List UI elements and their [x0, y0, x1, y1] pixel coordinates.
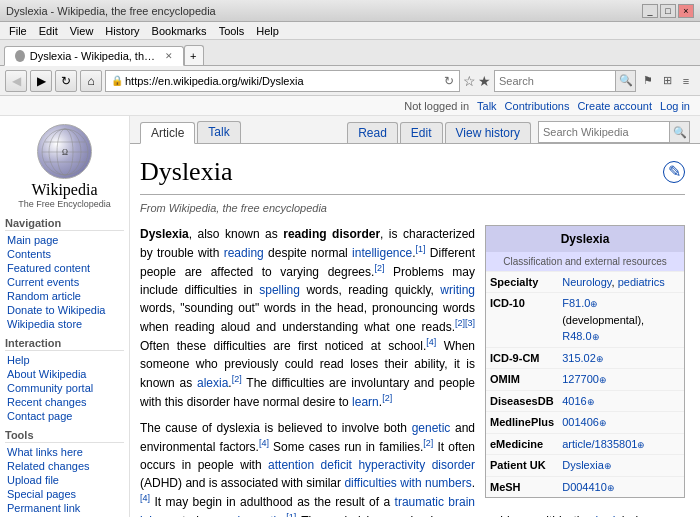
- sidebar-item-store[interactable]: Wikipedia store: [5, 317, 124, 331]
- sidebar-item-current-events[interactable]: Current events: [5, 275, 124, 289]
- star-icon[interactable]: ★: [478, 73, 491, 89]
- sidebar-item-specialpages[interactable]: Special pages: [5, 487, 124, 501]
- svg-text:Ω: Ω: [62, 148, 68, 157]
- browser-tab[interactable]: Dyslexia - Wikipedia, the free e... ✕: [4, 46, 184, 66]
- ref-1[interactable]: [1]: [416, 244, 426, 254]
- ref-4a[interactable]: [4]: [426, 337, 436, 347]
- omim-link[interactable]: 127700: [562, 373, 599, 385]
- intelligence-link[interactable]: intelligence: [352, 246, 412, 260]
- refresh-button[interactable]: ↻: [55, 70, 77, 92]
- sidebar-item-random[interactable]: Random article: [5, 289, 124, 303]
- difficulties-link[interactable]: difficulties with numbers: [344, 476, 471, 490]
- sidebar-nav-heading: Navigation: [5, 217, 124, 231]
- personal-contributions-link[interactable]: Contributions: [505, 100, 570, 112]
- ref-4b[interactable]: [4]: [259, 438, 269, 448]
- infobox-label-medlineplus: MedlinePlus: [486, 412, 558, 434]
- tab-view-history[interactable]: View history: [445, 122, 531, 143]
- adhd-link[interactable]: attention deficit hyperactivity disorder: [268, 458, 475, 472]
- ref-2d[interactable]: [2]: [423, 438, 433, 448]
- personal-create-account-link[interactable]: Create account: [577, 100, 652, 112]
- dementia-link[interactable]: dementia: [234, 514, 283, 518]
- sidebar-item-main-page[interactable]: Main page: [5, 233, 124, 247]
- menu-bookmarks[interactable]: Bookmarks: [147, 24, 212, 38]
- ref-23[interactable]: [2][3]: [455, 318, 475, 328]
- sidebar-interaction-heading: Interaction: [5, 337, 124, 351]
- home-button[interactable]: ⌂: [80, 70, 102, 92]
- article-search-submit[interactable]: 🔍: [669, 122, 689, 142]
- specialty-neurology-link[interactable]: Neurology: [562, 276, 611, 288]
- nav-icon-3[interactable]: ≡: [677, 72, 695, 90]
- address-bar[interactable]: 🔒 https://en.wikipedia.org/wiki/Dyslexia…: [105, 70, 460, 92]
- medlineplus-link[interactable]: 001406: [562, 416, 599, 428]
- learn-link[interactable]: learn: [352, 395, 379, 409]
- tab-read[interactable]: Read: [347, 122, 398, 143]
- tbi-link[interactable]: traumatic brain injury: [140, 495, 475, 518]
- sidebar-item-whatlinks[interactable]: What links here: [5, 445, 124, 459]
- specialty-peds-link[interactable]: pediatrics: [618, 276, 665, 288]
- close-button[interactable]: ×: [678, 4, 694, 18]
- nav-icon-2[interactable]: ⊞: [658, 72, 676, 90]
- infobox-value-icd9: 315.02⊕: [558, 347, 684, 369]
- new-tab-button[interactable]: +: [184, 45, 204, 65]
- tab-close-icon[interactable]: ✕: [165, 51, 173, 61]
- infobox-value-diseasesdb: 4016⊕: [558, 390, 684, 412]
- sidebar-tools-section: Tools What links here Related changes Up…: [5, 429, 124, 517]
- menu-edit[interactable]: Edit: [34, 24, 63, 38]
- menu-bar: File Edit View History Bookmarks Tools H…: [0, 22, 700, 40]
- address-refresh-icon[interactable]: ↻: [444, 74, 454, 88]
- icd9-link[interactable]: 315.02: [562, 352, 596, 364]
- ref-2a[interactable]: [2]: [374, 263, 384, 273]
- sidebar: Ω Wikipedia The Free Encyclopedia Naviga…: [0, 116, 130, 517]
- emedicine-link[interactable]: article/1835801: [562, 438, 637, 450]
- ref-2b[interactable]: [2]: [232, 374, 242, 384]
- personal-talk-link[interactable]: Talk: [477, 100, 497, 112]
- menu-history[interactable]: History: [100, 24, 144, 38]
- writing-link[interactable]: writing: [440, 283, 475, 297]
- search-input[interactable]: [495, 71, 615, 91]
- sidebar-item-donate[interactable]: Donate to Wikipedia: [5, 303, 124, 317]
- forward-button[interactable]: ▶: [30, 70, 52, 92]
- sidebar-item-community[interactable]: Community portal: [5, 381, 124, 395]
- menu-help[interactable]: Help: [251, 24, 284, 38]
- sidebar-item-permanent[interactable]: Permanent link: [5, 501, 124, 515]
- secure-icon: 🔒: [111, 75, 123, 86]
- brain-link[interactable]: brain: [595, 514, 622, 518]
- maximize-button[interactable]: □: [660, 4, 676, 18]
- sidebar-item-uploadfile[interactable]: Upload file: [5, 473, 124, 487]
- reading-link[interactable]: reading: [224, 246, 264, 260]
- sidebar-interaction-section: Interaction Help About Wikipedia Communi…: [5, 337, 124, 423]
- tab-edit[interactable]: Edit: [400, 122, 443, 143]
- ref-1b[interactable]: [1]: [286, 512, 296, 518]
- sidebar-item-relatedchanges[interactable]: Related changes: [5, 459, 124, 473]
- spelling-link[interactable]: spelling: [259, 283, 300, 297]
- nav-icon-1[interactable]: ⚑: [639, 72, 657, 90]
- personal-login-link[interactable]: Log in: [660, 100, 690, 112]
- sidebar-item-contents[interactable]: Contents: [5, 247, 124, 261]
- tab-talk[interactable]: Talk: [197, 121, 240, 143]
- menu-file[interactable]: File: [4, 24, 32, 38]
- search-submit-button[interactable]: 🔍: [615, 71, 635, 91]
- genetic-link[interactable]: genetic: [412, 421, 451, 435]
- sidebar-item-about[interactable]: About Wikipedia: [5, 367, 124, 381]
- alexia-link[interactable]: alexia: [197, 376, 228, 390]
- extra-nav-icons: ⚑ ⊞ ≡: [639, 72, 695, 90]
- menu-tools[interactable]: Tools: [214, 24, 250, 38]
- article-search-input[interactable]: [539, 122, 669, 142]
- ref-2c[interactable]: [2]: [382, 393, 392, 403]
- sidebar-item-help[interactable]: Help: [5, 353, 124, 367]
- icd10-r480-link[interactable]: R48.0: [562, 330, 591, 342]
- ref-4c[interactable]: [4]: [140, 493, 150, 503]
- tab-article[interactable]: Article: [140, 122, 195, 144]
- sidebar-item-featured[interactable]: Featured content: [5, 261, 124, 275]
- icd10-f810-link[interactable]: F81.0: [562, 297, 590, 309]
- edit-icon[interactable]: ✎: [663, 161, 685, 183]
- minimize-button[interactable]: _: [642, 4, 658, 18]
- back-button[interactable]: ◀: [5, 70, 27, 92]
- patientuk-link[interactable]: Dyslexia: [562, 459, 604, 471]
- sidebar-item-contact[interactable]: Contact page: [5, 409, 124, 423]
- diseasesdb-link[interactable]: 4016: [562, 395, 586, 407]
- sidebar-item-recent[interactable]: Recent changes: [5, 395, 124, 409]
- menu-view[interactable]: View: [65, 24, 99, 38]
- bookmark-icon[interactable]: ☆: [463, 73, 476, 89]
- mesh-link[interactable]: D004410: [562, 481, 607, 493]
